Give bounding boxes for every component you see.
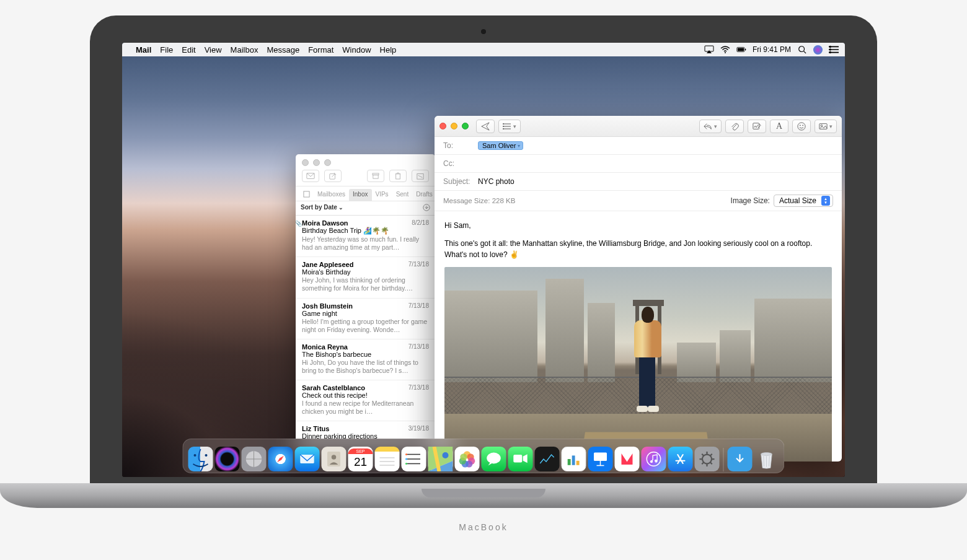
dock-itunes[interactable] [642,447,666,471]
delete-button[interactable] [389,170,407,182]
dock-appstore[interactable] [668,447,693,471]
mail-item[interactable]: Monica Reyna7/13/18The Bishop's barbecue… [296,339,435,380]
tab-hide[interactable] [299,189,314,201]
svg-line-82 [710,462,712,464]
building-icon [444,291,537,382]
svg-point-53 [405,458,407,460]
mail-item[interactable]: Jane Appleseed7/13/18Moira's BirthdayHey… [296,257,435,298]
menu-help[interactable]: Help [380,45,397,55]
dock-downloads[interactable] [728,447,753,471]
close-button[interactable] [302,159,309,166]
dock-reminders[interactable] [402,447,426,471]
menu-window[interactable]: Window [342,45,371,55]
airplay-icon[interactable] [704,45,714,54]
svg-line-7 [804,51,806,54]
siri-icon[interactable] [813,45,823,55]
notification-center-icon[interactable] [829,45,839,54]
mail-subject: Game night [302,310,429,317]
svg-point-12 [829,48,831,50]
menu-message[interactable]: Message [267,45,299,55]
svg-rect-69 [594,453,607,462]
to-field[interactable]: To: Sam Oliver [435,137,842,155]
filter-icon[interactable] [423,204,430,212]
mail-date: 8/2/18 [412,219,429,226]
mailbox-tabs: Mailboxes Inbox VIPs Sent Drafts [296,186,435,201]
svg-point-52 [405,453,407,455]
dock-maps[interactable] [428,447,453,471]
menubar-clock[interactable]: Fri 9:41 PM [753,45,791,54]
sort-header[interactable]: Sort by Date⌄ [296,201,435,216]
mail-item[interactable]: Sarah Castelblanco7/13/18Check out this … [296,380,435,421]
dock-news[interactable] [615,447,640,471]
zoom-button[interactable] [462,123,469,129]
menu-format[interactable]: Format [308,45,333,55]
header-fields-button[interactable] [498,120,521,133]
mail-toolbar [296,168,435,186]
tab-mailboxes[interactable]: Mailboxes [314,189,349,201]
markup-button[interactable] [748,120,766,133]
menubar-app-name[interactable]: Mail [136,45,151,55]
tab-drafts[interactable]: Drafts [412,189,435,201]
building-icon [720,330,751,382]
compose-button[interactable] [324,170,342,182]
svg-line-84 [702,462,704,464]
dock-siri[interactable] [215,447,240,471]
dock-contacts[interactable] [322,447,347,471]
dock-numbers[interactable] [562,447,586,471]
dock-trash[interactable] [754,447,779,471]
wifi-icon[interactable] [720,45,730,54]
minimize-button[interactable] [313,159,320,166]
menu-edit[interactable]: Edit [182,45,195,55]
junk-button[interactable] [412,170,429,182]
close-button[interactable] [439,123,446,129]
reply-button[interactable] [699,120,722,133]
svg-point-31 [503,126,504,127]
menu-file[interactable]: File [160,45,173,55]
dock-mail[interactable] [295,447,320,471]
battery-icon[interactable] [736,45,746,54]
format-button[interactable]: A [770,120,788,133]
send-button[interactable] [476,120,495,133]
dock-finder[interactable] [188,447,213,471]
dock-calendar[interactable]: SEP21 [348,447,373,471]
attached-photo[interactable] [444,267,832,462]
tab-vips[interactable]: VIPs [372,189,392,201]
cc-field[interactable]: Cc: [435,155,842,173]
zoom-button[interactable] [324,159,331,166]
compose-body[interactable]: Hi Sam, This one's got it all: the Manha… [435,211,842,462]
tab-sent[interactable]: Sent [392,189,413,201]
dock-stocks[interactable] [535,447,560,471]
dock-launchpad[interactable] [242,447,267,471]
menu-view[interactable]: View [205,45,222,55]
svg-point-36 [802,125,803,126]
photo-browser-button[interactable] [815,120,837,133]
minimize-button[interactable] [451,123,457,129]
dock-system-preferences[interactable] [695,447,720,471]
traffic-lights-inactive [296,154,435,168]
svg-point-32 [503,128,504,129]
building-icon [588,303,615,382]
mail-date: 7/13/18 [408,343,429,350]
mail-item[interactable]: 📎Moira Dawson8/2/18Birthday Beach Trip 🏄… [296,216,435,257]
dock-facetime[interactable] [508,447,533,471]
dock-safari[interactable] [268,447,293,471]
svg-line-81 [702,454,704,456]
menu-mailbox[interactable]: Mailbox [231,45,258,55]
dock-messages[interactable] [482,447,506,471]
subject-field[interactable]: Subject: NYC photo [435,173,842,191]
dock-notes[interactable] [375,447,400,471]
chevron-down-icon: ⌄ [338,204,343,211]
to-recipient-token[interactable]: Sam Oliver [478,141,523,150]
archive-button[interactable] [367,170,384,182]
tab-inbox[interactable]: Inbox [349,189,371,201]
spotlight-icon[interactable] [797,45,807,54]
mail-item[interactable]: Josh Blumstein7/13/18Game nightHello! I'… [296,299,435,339]
select-arrows-icon: ▲▼ [821,196,830,206]
image-size-select[interactable]: Actual Size ▲▼ [774,195,833,207]
get-mail-button[interactable] [302,170,319,182]
emoji-button[interactable] [792,120,811,133]
dock-photos[interactable] [455,447,480,471]
dock-keynote[interactable] [588,447,613,471]
mail-preview: Hello! I'm getting a group together for … [302,318,429,334]
attach-button[interactable] [725,120,744,133]
